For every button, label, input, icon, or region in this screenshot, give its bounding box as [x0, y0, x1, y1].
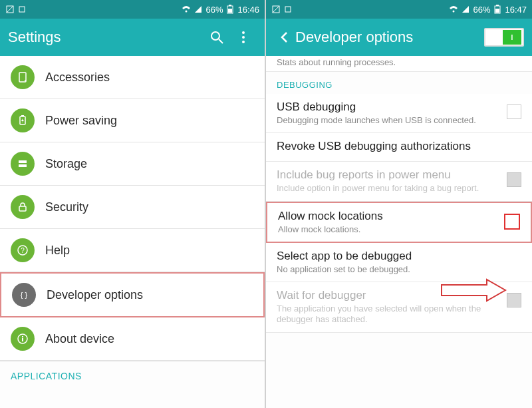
option-title: Revoke USB debugging authorizations: [277, 140, 516, 153]
developer-options-icon: { }: [12, 283, 36, 307]
svg-rect-24: [22, 336, 23, 337]
svg-rect-27: [285, 7, 291, 12]
sync-icon: [283, 5, 293, 14]
option-subtitle: Include option in power menu for taking …: [277, 183, 501, 194]
settings-item-developer-options[interactable]: { } Developer options: [0, 272, 265, 317]
overflow-menu-icon[interactable]: [230, 24, 257, 51]
signal-icon: [194, 5, 203, 14]
item-label: About device: [45, 332, 114, 346]
svg-line-8: [219, 39, 223, 43]
item-label: Developer options: [47, 288, 143, 302]
option-title: USB debugging: [277, 101, 501, 114]
svg-rect-31: [495, 9, 499, 13]
settings-item-power-saving[interactable]: Power saving: [0, 99, 265, 142]
option-subtitle: No application set to be debugged.: [277, 264, 516, 275]
settings-item-accessories[interactable]: Accessories: [0, 56, 265, 99]
battery-text: 66%: [473, 5, 490, 15]
back-icon[interactable]: [274, 24, 295, 51]
item-label: Storage: [45, 157, 87, 171]
time-text: 16:46: [237, 5, 259, 15]
usb-debugging-checkbox[interactable]: [507, 104, 521, 119]
svg-rect-17: [19, 164, 27, 167]
svg-line-26: [273, 6, 279, 13]
item-label: Help: [45, 244, 70, 258]
security-icon: [11, 195, 35, 219]
settings-item-help[interactable]: ? Help: [0, 229, 265, 272]
battery-icon: [225, 5, 235, 14]
time-text: 16:47: [505, 5, 527, 15]
developer-options-list[interactable]: Stats about running processes. DEBUGGING…: [266, 56, 532, 408]
svg-rect-15: [21, 115, 24, 116]
option-title: Include bug reports in power menu: [277, 168, 501, 182]
svg-line-1: [7, 6, 13, 13]
item-label: Accessories: [45, 71, 110, 85]
option-subtitle: Debugging mode launches when USB is conn…: [277, 115, 501, 126]
svg-point-28: [453, 11, 455, 13]
svg-point-10: [242, 36, 245, 39]
svg-rect-2: [19, 7, 25, 12]
help-icon: ?: [11, 238, 35, 262]
status-bar: 66% 16:46: [0, 0, 265, 19]
option-revoke-usb[interactable]: Revoke USB debugging authorizations: [266, 133, 532, 162]
item-label: Power saving: [45, 114, 117, 128]
svg-rect-30: [496, 5, 499, 6]
storage-icon: [11, 152, 35, 176]
battery-text: 66%: [205, 5, 223, 15]
page-title: Developer options: [295, 29, 484, 46]
section-header-debugging: DEBUGGING: [266, 72, 532, 94]
power-saving-icon: [11, 108, 35, 132]
option-title: Wait for debugger: [277, 289, 501, 302]
svg-point-13: [25, 80, 26, 81]
option-allow-mock-locations[interactable]: Allow mock locations Allow mock location…: [266, 202, 532, 243]
app-bar: Developer options I: [266, 19, 532, 56]
status-bar: 66% 16:47: [266, 0, 532, 19]
about-device-icon: [11, 327, 35, 351]
option-title: Select app to be debugged: [277, 250, 516, 263]
wifi-icon: [449, 5, 458, 14]
wait-debugger-checkbox: [507, 293, 521, 307]
option-select-app[interactable]: Select app to be debugged No application…: [266, 243, 532, 282]
settings-screen: 66% 16:46 Settings Accessories Power sav…: [0, 0, 266, 408]
developer-options-screen: 66% 16:47 Developer options I Stats abou…: [266, 0, 532, 408]
svg-text:{ }: { }: [21, 291, 28, 299]
svg-text:?: ?: [21, 247, 25, 254]
svg-point-3: [186, 11, 188, 13]
section-header-applications: APPLICATIONS: [0, 361, 265, 387]
option-subtitle: Allow mock locations.: [278, 224, 499, 235]
svg-rect-6: [228, 9, 232, 13]
svg-rect-18: [19, 206, 26, 211]
app-bar: Settings: [0, 19, 265, 56]
developer-options-toggle[interactable]: I: [484, 28, 524, 47]
option-process-stats[interactable]: Stats about running processes.: [266, 56, 532, 72]
bug-reports-checkbox: [507, 172, 521, 187]
mock-locations-checkbox[interactable]: [504, 214, 520, 230]
notification-icon: [271, 5, 281, 14]
page-title: Settings: [8, 29, 203, 46]
option-bug-reports: Include bug reports in power menu Includ…: [266, 162, 532, 201]
svg-rect-23: [22, 338, 23, 341]
accessories-icon: [11, 65, 35, 89]
option-subtitle: Stats about running processes.: [277, 57, 521, 67]
settings-item-storage[interactable]: Storage: [0, 142, 265, 186]
option-usb-debugging[interactable]: USB debugging Debugging mode launches wh…: [266, 94, 532, 133]
option-title: Allow mock locations: [278, 210, 499, 223]
svg-point-7: [211, 32, 219, 40]
settings-item-about-device[interactable]: About device: [0, 317, 265, 361]
sync-icon: [17, 5, 27, 14]
svg-point-9: [242, 31, 245, 34]
option-wait-for-debugger: Wait for debugger The application you ha…: [266, 282, 532, 333]
wifi-icon: [182, 5, 191, 14]
settings-item-security[interactable]: Security: [0, 186, 265, 229]
notification-icon: [5, 5, 15, 14]
svg-point-11: [242, 41, 245, 43]
search-icon[interactable]: [203, 24, 230, 51]
item-label: Security: [45, 200, 88, 214]
signal-icon: [461, 5, 470, 14]
svg-rect-16: [19, 160, 27, 163]
settings-list[interactable]: Accessories Power saving Storage Securit…: [0, 56, 265, 408]
option-subtitle: The application you have selected will o…: [277, 304, 501, 325]
battery-icon: [493, 5, 502, 14]
svg-rect-5: [229, 5, 231, 6]
